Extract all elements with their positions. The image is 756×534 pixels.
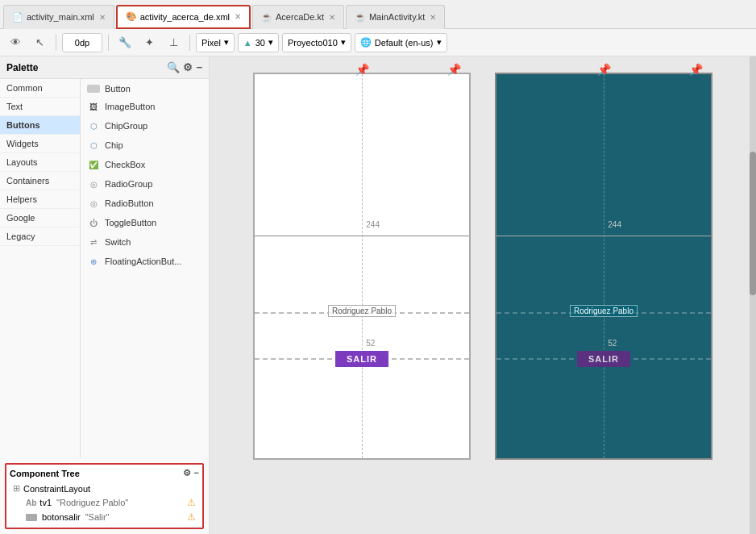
- palette-item-checkbox[interactable]: ✅ CheckBox: [81, 155, 209, 174]
- tab-label-acercade: AcercaDe.kt: [276, 12, 324, 22]
- palette-item-togglebutton[interactable]: ⏻ ToggleButton: [81, 213, 209, 232]
- tree-item-tv1[interactable]: Ab tv1 "Rodriguez Pablo" ⚠: [23, 495, 199, 510]
- palette-item-fab[interactable]: ⊕ FloatingActionBut...: [81, 252, 209, 271]
- h-arrow-right-light: [362, 236, 469, 236]
- palette-item-imagebutton[interactable]: 🖼 ImageButton: [81, 97, 209, 116]
- palette-item-fab-label: FloatingActionBut...: [105, 257, 181, 266]
- center-v-line-dark: [604, 74, 604, 458]
- button-icon: [87, 85, 100, 93]
- togglebutton-icon: ⏻: [87, 216, 100, 229]
- palette-item-chipgroup-label: ChipGroup: [105, 121, 147, 131]
- palette-header: Palette 🔍 ⚙ −: [0, 56, 209, 79]
- zoom-label: 30: [255, 38, 265, 48]
- palette-item-chip[interactable]: ⬡ Chip: [81, 136, 209, 155]
- botonsalir-value: "Salir": [85, 512, 110, 522]
- textview-label-dark: Rodriguez Pablo: [574, 307, 633, 315]
- tab-activity-main[interactable]: 📄 activity_main.xml ✕: [3, 5, 114, 29]
- tab-close-acercade[interactable]: ✕: [329, 13, 335, 22]
- palette-cat-common[interactable]: Common: [0, 79, 80, 98]
- tab-mainactivity-kt[interactable]: ☕ MainActivity.kt ✕: [346, 5, 445, 29]
- palette-item-button[interactable]: Button: [81, 81, 209, 97]
- tab-close-mainactivity[interactable]: ✕: [430, 13, 436, 22]
- zoom-chevron: ▾: [268, 37, 273, 48]
- palette-item-chip-label: Chip: [105, 140, 123, 150]
- component-tree-header: Component Tree ⚙ −: [10, 468, 199, 478]
- constraintlayout-label: ConstraintLayout: [23, 484, 90, 494]
- tab-icon-mainactivity: ☕: [355, 12, 366, 23]
- star-button[interactable]: ✦: [139, 32, 160, 53]
- tab-acercade-kt[interactable]: ☕ AcercaDe.kt ✕: [252, 5, 344, 29]
- tab-close-activity-main[interactable]: ✕: [99, 13, 106, 22]
- chipgroup-icon: ⬡: [87, 119, 100, 132]
- main-layout: Palette 🔍 ⚙ − Common Text Buttons Widget…: [0, 56, 756, 534]
- tab-icon-acercade: ☕: [261, 12, 272, 23]
- palette-cat-widgets[interactable]: Widgets: [0, 135, 80, 153]
- component-tree-gear-icon[interactable]: ⚙: [183, 468, 191, 478]
- component-tree: Component Tree ⚙ − ⊞ ConstraintLayout Ab…: [5, 463, 204, 529]
- button-light[interactable]: SALIR: [335, 351, 388, 367]
- constraintlayout-icon: ⊞: [13, 483, 20, 494]
- dimension-label-light: 244: [366, 220, 380, 229]
- scrollbar-thumb[interactable]: [750, 152, 756, 295]
- palette-cat-layouts[interactable]: Layouts: [0, 153, 80, 172]
- project-dropdown[interactable]: Proyecto010 ▾: [282, 33, 351, 52]
- palette-panel: Palette 🔍 ⚙ − Common Text Buttons Widget…: [0, 56, 210, 534]
- anchor-icon-right-dark: 📌: [689, 63, 703, 76]
- palette-item-radiobutton-label: RadioButton: [105, 198, 154, 208]
- search-icon[interactable]: 🔍: [167, 61, 180, 73]
- toolbar-sep-2: [108, 35, 109, 51]
- h-arrow-left-dark: [496, 236, 604, 236]
- palette-item-imagebutton-label: ImageButton: [105, 102, 155, 111]
- palette-item-switch-label: Switch: [105, 237, 131, 247]
- palette-item-switch[interactable]: ⇌ Switch: [81, 232, 209, 252]
- botonsalir-label: botonsalir: [42, 512, 81, 522]
- project-label: Proyecto010: [288, 38, 338, 48]
- textview-dark: Rodriguez Pablo: [570, 305, 638, 317]
- phone-mockup-dark: 📌 📌 244 Rodriguez Pablo 52: [495, 73, 712, 460]
- tabs-bar: 📄 activity_main.xml ✕ 🎨 activity_acerca_…: [0, 0, 756, 29]
- anchor-icon-right-light: 📌: [447, 63, 461, 76]
- dp-input[interactable]: [62, 33, 102, 52]
- component-tree-minimize-icon[interactable]: −: [194, 468, 199, 478]
- tab-close-acerca[interactable]: ✕: [235, 12, 241, 21]
- zoom-dropdown[interactable]: ▲ 30 ▾: [238, 33, 279, 52]
- palette-items: Button 🖼 ImageButton ⬡ ChipGroup ⬡ Chip …: [81, 79, 209, 458]
- palette-cat-buttons[interactable]: Buttons: [0, 116, 80, 135]
- tree-item-constraintlayout[interactable]: ⊞ ConstraintLayout: [10, 482, 199, 495]
- button-label-dark: SALIR: [588, 354, 619, 364]
- pixel-dropdown[interactable]: Pixel ▾: [196, 33, 235, 52]
- fab-icon: ⊕: [87, 255, 100, 268]
- toolbar-sep-3: [189, 35, 190, 51]
- palette-cat-helpers[interactable]: Helpers: [0, 190, 80, 209]
- button-dark[interactable]: SALIR: [577, 351, 630, 367]
- palette-item-radiogroup[interactable]: ◎ RadioGroup: [81, 174, 209, 194]
- minimize-icon[interactable]: −: [196, 61, 202, 73]
- project-chevron: ▾: [341, 37, 346, 48]
- palette-cat-text[interactable]: Text: [0, 98, 80, 116]
- palette-item-radiobutton[interactable]: ◎ RadioButton: [81, 194, 209, 213]
- gear-icon[interactable]: ⚙: [183, 61, 193, 73]
- canvas-area: 📌 📌 244 Rodriguez Pablo 52: [210, 56, 756, 534]
- tab-label-acerca: activity_acerca_de.xml: [140, 12, 230, 22]
- tv1-label: tv1: [39, 498, 52, 507]
- canvas-scrollbar[interactable]: [750, 56, 756, 534]
- phone-mockup-light: 📌 📌 244 Rodriguez Pablo 52: [253, 73, 471, 460]
- wrench-button[interactable]: 🔧: [114, 32, 135, 53]
- palette-cat-legacy[interactable]: Legacy: [0, 227, 80, 246]
- palette-item-chipgroup[interactable]: ⬡ ChipGroup: [81, 116, 209, 136]
- align-button[interactable]: ⊥: [163, 32, 184, 53]
- tab-label-mainactivity: MainActivity.kt: [369, 12, 425, 22]
- textview-label-light: Rodriguez Pablo: [332, 307, 392, 315]
- value-label-dark: 52: [608, 339, 617, 348]
- palette-cat-google[interactable]: Google: [0, 209, 80, 227]
- checkbox-icon: ✅: [87, 158, 100, 171]
- tree-item-botonsalir[interactable]: botonsalir "Salir" ⚠: [23, 510, 199, 524]
- locale-dropdown[interactable]: 🌐 Default (en-us) ▾: [355, 33, 447, 52]
- view-button[interactable]: 👁: [5, 32, 26, 53]
- cursor-button[interactable]: ↖: [29, 32, 50, 53]
- palette-cat-containers[interactable]: Containers: [0, 172, 80, 190]
- tab-activity-acerca[interactable]: 🎨 activity_acerca_de.xml ✕: [116, 5, 251, 29]
- button-label-light: SALIR: [347, 354, 377, 364]
- pixel-chevron: ▾: [224, 37, 229, 48]
- value-label-light: 52: [366, 339, 375, 348]
